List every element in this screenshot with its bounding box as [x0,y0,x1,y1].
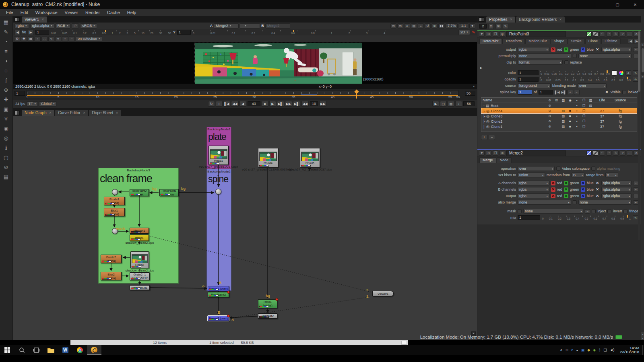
color-toggle[interactable]: ■ [567,125,574,128]
stroke-layer-table[interactable]: Name⊙⊡▨◉▪❐▨LifeSource− ▤Root⊙▪❐▨├ ◎Clone… [481,97,637,132]
mix-input[interactable]: 1 [518,215,540,220]
fringe-checkbox[interactable] [623,209,627,213]
also-merge-dropdown[interactable]: none [518,200,571,205]
eye-toggle[interactable]: ⊙ [546,109,553,113]
pane-menu-icon[interactable] [479,17,484,22]
pane-menu-icon[interactable] [14,17,20,22]
gear-icon[interactable]: ⚙ [14,36,20,41]
lut-dropdown[interactable]: sRGB [80,23,97,29]
info-arrow-icon[interactable]: ▾ [473,85,475,88]
playhead[interactable] [356,90,357,99]
to-start-icon[interactable]: ▌◀ [223,101,231,107]
display-dropdown[interactable]: RGB [56,23,70,29]
node-read1[interactable]: Read1 [208,146,229,165]
filter-icon[interactable]: ◌ [1,66,11,75]
tab-viewer1[interactable]: Viewer1 [22,16,47,23]
green-checkbox[interactable] [564,194,568,198]
file-explorer-button[interactable] [43,345,58,355]
dot-node[interactable] [215,189,221,195]
checker-icon[interactable]: ▧ [411,23,417,29]
metadata-icon[interactable]: ℹ [1,143,11,152]
center-node-icon[interactable]: ⊙ [486,150,491,156]
grid-icon[interactable]: ▦ [28,36,34,41]
node-unpremult1[interactable]: Unpremult1 [130,285,150,290]
alpha-channel-dropdown[interactable]: rgba.alpha [601,47,632,52]
start-button[interactable] [0,345,14,355]
other-icon[interactable]: ⊘ [1,162,11,172]
blue-checkbox[interactable] [581,181,585,185]
fwd-fast-icon[interactable]: ▶▶ [285,101,292,107]
play-icon[interactable]: ▶ [269,101,276,107]
output-alpha-dropdown[interactable]: rgba.alpha [601,193,632,198]
range-dropdown[interactable]: B [605,173,618,177]
tab-background-renders[interactable]: Background Renders [516,16,565,23]
scrollbar-thumb[interactable] [642,48,644,72]
multi-value-button[interactable]: 4 [625,70,631,76]
tray-bluetooth-icon[interactable]: ᛒ [599,348,601,352]
invert-checkbox[interactable] [607,209,611,213]
loop-icon[interactable]: ↻ [208,101,215,107]
view-mode-dropdown[interactable]: 2D [458,30,470,35]
replace-checkbox[interactable] [564,60,568,64]
alpha-checkbox[interactable] [595,194,600,198]
edit-icon[interactable]: ✎ [503,24,508,29]
mix-curve-icon[interactable]: ∿ [633,215,638,220]
add-layer-button[interactable]: + [481,135,487,140]
range-start-input[interactable]: 1 [14,91,25,96]
current-frame-input[interactable]: 43 [248,101,260,106]
tab-shape[interactable]: Shape [551,38,568,44]
layer-row-clone3[interactable]: ├ ◎Clone3⊙▨■▪❐37fg [481,113,637,119]
properties-scrollbar[interactable] [638,31,640,240]
close-button[interactable] [626,0,644,9]
mix-slider[interactable]: 00.10.20.30.40.50.60.70.80.91 [542,215,631,220]
step-back-icon[interactable]: ◀ [239,101,246,107]
premultiply-dropdown[interactable]: none [518,53,571,58]
menu-cache[interactable]: Cache [103,10,124,15]
dot-node[interactable] [112,189,118,195]
layer-row-clone1[interactable]: ├ ◎Clone1⊙▨■▪❐37fg [481,124,637,129]
lock-panels-icon[interactable]: ⊡ [488,24,494,29]
toolsets-icon[interactable]: ▢ [1,152,11,162]
gl-color-swatch[interactable] [593,150,598,156]
key-add-icon[interactable]: + [62,36,68,41]
panel-title[interactable]: RotoPaint3 [506,31,566,37]
node-grain2-1[interactable]: Grain2_1 Kodak 5217 [130,272,150,280]
zoom-level[interactable]: 7.7% [446,23,458,29]
help-icon[interactable]: ? [620,31,625,37]
green-checkbox[interactable] [564,187,568,192]
also-merge2-dropdown[interactable]: none [578,200,632,205]
node-roto1[interactable]: Roto1 (alpha) [258,299,277,308]
operation-dropdown[interactable]: over [518,166,555,171]
merge-icon[interactable]: ⊕ [1,85,11,95]
refresh-icon[interactable]: ↺ [425,23,431,29]
inject-checkbox[interactable] [592,209,596,213]
skip-forward-button[interactable]: ▶▶ [319,101,326,107]
a-alpha-dropdown[interactable]: rgba.alpha [601,181,632,185]
mask-channel-checkbox[interactable] [518,209,522,213]
color-input[interactable]: 1 [518,70,539,75]
tab-scroll-left-icon[interactable]: ◀ [628,39,634,44]
revert-icon[interactable]: ↻ [613,150,619,156]
snap-icon[interactable]: ▫ [35,36,41,41]
node-graph-canvas[interactable]: BackdropNode1 plate BackdropNode2 spine … [13,116,477,340]
menu-edit[interactable]: Edit [17,10,32,15]
particles-icon[interactable]: ✳ [1,114,11,123]
layer-row-root[interactable]: − ▤Root⊙▪❐▨ [481,103,637,108]
archive-icon[interactable]: ▤ [1,172,11,181]
alpha-dropdown[interactable]: rgba.alpha [30,23,54,29]
splinekey-input[interactable]: 1 [518,90,532,95]
blue-checkbox[interactable] [581,187,585,192]
tray-cloud-icon[interactable]: ◒ [576,348,578,352]
node-viewer1[interactable]: Viewer1 [372,291,394,296]
tray-word-icon[interactable]: ▣ [581,348,585,352]
premult-toggle[interactable]: ▨ [560,125,567,128]
node-rotopaint2[interactable]: RotoPaint2 carpet [130,189,149,196]
node-median1[interactable]: Median1 [130,228,149,234]
color-curve-icon[interactable]: ∿ [633,70,638,75]
premultiply-checkbox[interactable] [573,54,577,58]
gamma-slider[interactable]: 00.010.10.20.40.60.81234 [192,30,386,35]
dim-toggle[interactable]: ▪ [574,104,580,107]
opacity-slider[interactable]: 00.010.050.10.20.30.40.50.60.70.80.9 [540,77,631,82]
tab-transform[interactable]: Transform [502,38,525,44]
help-icon[interactable]: ? [620,150,625,156]
